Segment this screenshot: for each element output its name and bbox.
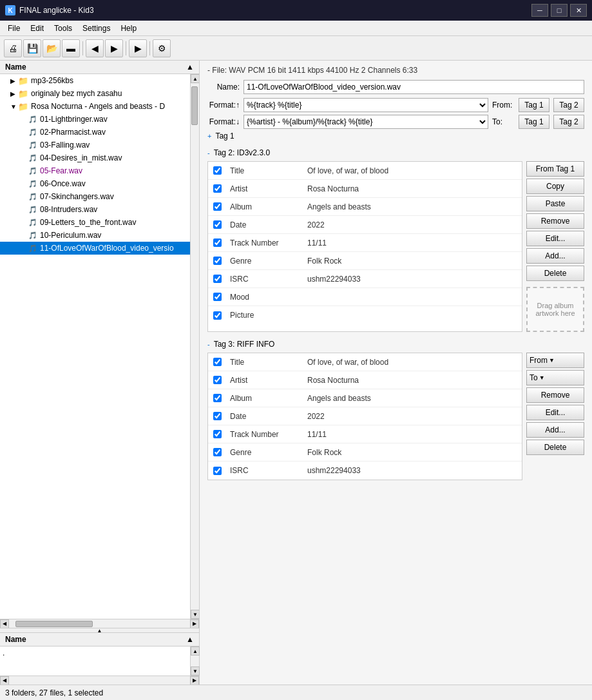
tree-item-f11[interactable]: 🎵 11-OfLoveOfWarOfBlood_video_versio	[0, 242, 190, 255]
tag2-paste-button[interactable]: Paste	[526, 196, 584, 211]
tag3-genre-checkbox[interactable]	[213, 448, 222, 456]
tag2-album-checkbox[interactable]	[213, 202, 222, 211]
bottom-vscrollbar[interactable]: ▲ ▼	[190, 647, 199, 676]
minimize-button[interactable]: ─	[531, 4, 548, 17]
tree-item-f04[interactable]: 🎵 04-Desires_in_mist.wav	[0, 151, 190, 164]
v-scroll-track[interactable]	[191, 83, 199, 610]
tag3-edit-button[interactable]: Edit...	[526, 405, 584, 420]
bottom-hscroll-left[interactable]: ◀	[0, 676, 9, 685]
format-down-tag2-button[interactable]: Tag 2	[553, 115, 584, 129]
tag2-picture-checkbox[interactable]	[213, 311, 222, 320]
table-row: Genre Folk Rock	[208, 252, 522, 270]
back-button[interactable]: ◀	[86, 39, 104, 57]
save-button[interactable]: 💾	[23, 39, 41, 57]
drag-artwork-area[interactable]: Drag album artwork here	[526, 287, 584, 332]
format-up-tag1-button[interactable]: Tag 1	[519, 98, 549, 112]
tree-sort-icon: ▲	[186, 63, 194, 72]
tree-item-f02[interactable]: 🎵 02-Pharmacist.wav	[0, 126, 190, 139]
tree-item-f07[interactable]: 🎵 07-Skinchangers.wav	[0, 190, 190, 203]
v-scroll-down-btn[interactable]: ▼	[191, 610, 199, 619]
tag2-add-button[interactable]: Add...	[526, 248, 584, 264]
menu-file[interactable]: File	[3, 23, 25, 34]
tag2-buttons: From Tag 1 Copy Paste Remove Edit... Add…	[526, 161, 584, 332]
tag2-genre-field: Genre	[226, 257, 303, 266]
tree-item-f01[interactable]: 🎵 01-Lightbringer.wav	[0, 113, 190, 126]
left-panel-divider[interactable]: ▲	[0, 628, 199, 633]
tag3-collapse-toggle[interactable]: -	[207, 340, 210, 348]
tag3-artist-checkbox[interactable]	[213, 376, 222, 384]
tag3-from-dropdown-button[interactable]: From ▼	[526, 353, 584, 368]
h-scroll-right-btn[interactable]: ▶	[190, 619, 199, 628]
settings-button[interactable]: ⚙	[153, 39, 171, 57]
play-button[interactable]: ▶	[129, 39, 147, 57]
format-up-select[interactable]: %{track} %{title}	[243, 98, 488, 112]
menu-tools[interactable]: Tools	[49, 23, 77, 34]
bottom-vscroll-up[interactable]: ▲	[191, 647, 200, 656]
tag2-isrc-checkbox[interactable]	[213, 275, 222, 283]
format-down-tag1-button[interactable]: Tag 1	[519, 115, 549, 129]
tree-item-mp3[interactable]: ▶ 📁 mp3-256kbs	[0, 74, 190, 87]
maximize-button[interactable]: □	[551, 4, 568, 17]
bottom-vscroll-down[interactable]: ▼	[191, 666, 200, 676]
tag2-mood-checkbox[interactable]	[213, 293, 222, 301]
tag3-add-button[interactable]: Add...	[526, 422, 584, 438]
bottom-hscroll-right[interactable]: ▶	[190, 676, 199, 685]
open-button[interactable]: 📂	[43, 39, 61, 57]
status-bar: 3 folders, 27 files, 1 selected	[0, 685, 592, 700]
tree-item-f06[interactable]: 🎵 06-Once.wav	[0, 177, 190, 190]
tree-vertical-scrollbar[interactable]: ▲ ▼	[190, 74, 199, 619]
tag2-mood-field: Mood	[226, 293, 303, 302]
tag3-delete-button[interactable]: Delete	[526, 440, 584, 455]
tag2-copy-button[interactable]: Copy	[526, 179, 584, 194]
tree-item-originaly[interactable]: ▶ 📁 originaly bez mych zasahu	[0, 87, 190, 100]
tag3-title-checkbox[interactable]	[213, 358, 222, 366]
tag3-track-checkbox[interactable]	[213, 430, 222, 438]
tag2-album-check-cell	[208, 202, 226, 211]
tag2-title-checkbox[interactable]	[213, 166, 222, 175]
forward-button[interactable]: ▶	[105, 39, 123, 57]
tree-item-f08[interactable]: 🎵 08-Intruders.wav	[0, 203, 190, 216]
tag2-remove-button[interactable]: Remove	[526, 213, 584, 229]
print-button[interactable]: 🖨	[4, 39, 22, 57]
v-scroll-up-btn[interactable]: ▲	[191, 74, 199, 83]
tree-item-f09[interactable]: 🎵 09-Letters_to_the_front.wav	[0, 216, 190, 229]
tag2-from-tag1-button[interactable]: From Tag 1	[526, 161, 584, 177]
tag2-edit-button[interactable]: Edit...	[526, 231, 584, 246]
menu-settings[interactable]: Settings	[77, 23, 115, 34]
tree-item-f10[interactable]: 🎵 10-Periculum.wav	[0, 229, 190, 242]
format-up-tag2-button[interactable]: Tag 2	[553, 98, 584, 112]
file-icon-f03: 🎵	[28, 141, 37, 150]
tag3-to-dropdown-button[interactable]: To ▼	[526, 370, 584, 385]
tag2-artist-checkbox[interactable]	[213, 184, 222, 193]
tag2-genre-checkbox[interactable]	[213, 257, 222, 265]
tag3-isrc-checkbox[interactable]	[213, 467, 222, 475]
tree-item-f03[interactable]: 🎵 03-Falling.wav	[0, 139, 190, 151]
tree-horizontal-scrollbar[interactable]: ◀ ▶	[0, 619, 199, 628]
bottom-vscroll-track[interactable]	[191, 656, 199, 666]
menu-edit[interactable]: Edit	[25, 23, 49, 34]
tree-content: ▶ 📁 mp3-256kbs ▶ 📁 originaly bez mych za…	[0, 74, 190, 619]
bottom-tree-item-dot[interactable]: .	[0, 647, 190, 659]
tag3-album-field: Album	[226, 394, 303, 403]
tag2-collapse-toggle[interactable]: -	[207, 149, 210, 157]
tag1-expand-toggle[interactable]: +	[207, 132, 211, 140]
h-scroll-thumb[interactable]	[15, 621, 93, 627]
remove-button[interactable]: ▬	[62, 39, 80, 57]
tree-item-rosa[interactable]: ▼ 📁 Rosa Nocturna - Angels and beasts - …	[0, 100, 190, 113]
tag3-artist-value: Rosa Nocturna	[303, 376, 522, 385]
format-down-select[interactable]: {%artist} - %{album}/%{track} %{title}	[243, 115, 488, 129]
tag3-album-checkbox[interactable]	[213, 394, 222, 402]
tree-item-label-f07: 07-Skinchangers.wav	[40, 192, 114, 201]
bottom-hscrollbar[interactable]: ◀ ▶	[0, 676, 199, 685]
tag2-delete-button[interactable]: Delete	[526, 266, 584, 281]
name-input[interactable]	[243, 80, 584, 94]
h-scroll-left-btn[interactable]: ◀	[0, 619, 9, 628]
tag2-track-checkbox[interactable]	[213, 238, 222, 247]
menu-help[interactable]: Help	[115, 23, 142, 34]
tag3-remove-button[interactable]: Remove	[526, 387, 584, 403]
tree-item-f05[interactable]: 🎵 05-Fear.wav	[0, 164, 190, 177]
close-button[interactable]: ✕	[570, 4, 587, 17]
tag2-date-checkbox[interactable]	[213, 220, 222, 229]
tag3-date-checkbox[interactable]	[213, 412, 222, 420]
v-scroll-thumb[interactable]	[191, 86, 198, 125]
